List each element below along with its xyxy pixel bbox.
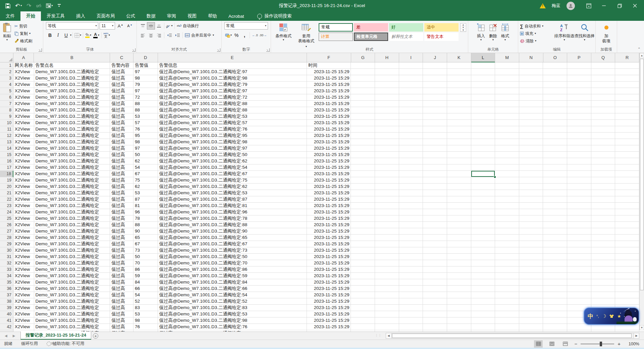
cell-K3[interactable] (447, 75, 471, 82)
cell-M5[interactable] (495, 88, 519, 94)
cell-J37[interactable] (423, 292, 447, 298)
cell-C8[interactable]: 值过高 (110, 107, 133, 113)
cell-E2[interactable]: 值过高@Demo_W7.1001.D3.二通阀给定:97 (158, 69, 307, 75)
cell-G28[interactable] (351, 235, 375, 241)
cell-H39[interactable] (375, 305, 399, 311)
row-number-21[interactable]: 21 (0, 190, 13, 196)
cell-H35[interactable] (375, 279, 399, 286)
cell-B32[interactable]: Demo_W7.1001.D3.二通阀给定 (34, 260, 110, 266)
fill-color-button[interactable]: ▾ (84, 32, 92, 39)
cell-A29[interactable]: X2View (13, 241, 34, 247)
cell-L10[interactable] (471, 120, 495, 126)
horizontal-scrollbar[interactable]: ◀ ▶ (386, 332, 639, 339)
zoom-level[interactable]: 100% (625, 342, 639, 346)
row-number-39[interactable]: 39 (0, 305, 13, 311)
cell-H41[interactable] (375, 317, 399, 324)
cell-I31[interactable] (399, 254, 423, 260)
cell-I36[interactable] (399, 286, 423, 292)
cell-H13[interactable] (375, 139, 399, 145)
cell-G29[interactable] (351, 241, 375, 247)
cell-H6[interactable] (375, 94, 399, 101)
cell-Q10[interactable] (591, 120, 615, 126)
cell-G8[interactable] (351, 107, 375, 113)
comma-style-button[interactable]: , (240, 32, 249, 39)
cell-D14[interactable]: 97 (133, 145, 158, 152)
cell-A6[interactable]: X2View (13, 94, 34, 101)
cell-L20[interactable] (471, 184, 495, 190)
cell-Q24[interactable] (591, 209, 615, 215)
row-number-9[interactable]: 9 (0, 113, 13, 120)
cell-L37[interactable] (471, 292, 495, 298)
cell-H24[interactable] (375, 209, 399, 215)
cell-D10[interactable]: 57 (133, 120, 158, 126)
zoom-in-icon[interactable]: + (618, 341, 621, 347)
cell-A40[interactable]: X2View (13, 311, 34, 317)
cell-Q22[interactable] (591, 196, 615, 203)
cell-M40[interactable] (495, 311, 519, 317)
column-header-A[interactable]: A (13, 53, 34, 62)
cell-style-normal[interactable]: 常规 (319, 23, 353, 32)
cell-J9[interactable] (423, 113, 447, 120)
ime-menu-star-icon[interactable]: ★ (617, 314, 621, 318)
cell-A41[interactable]: X2View (13, 317, 34, 324)
cell-J40[interactable] (423, 311, 447, 317)
cell-H1[interactable] (375, 62, 399, 69)
cell-K18[interactable] (447, 171, 471, 177)
row-number-33[interactable]: 33 (0, 266, 13, 273)
cell-M35[interactable] (495, 279, 519, 286)
cell-A5[interactable]: X2View (13, 88, 34, 94)
cell-N18[interactable] (519, 171, 543, 177)
cell-B4[interactable]: Demo_W7.1001.D3.二通阀给定 (34, 82, 110, 88)
cell-J8[interactable] (423, 107, 447, 113)
cell-Q20[interactable] (591, 184, 615, 190)
cell-H18[interactable] (375, 171, 399, 177)
cell-N16[interactable] (519, 158, 543, 164)
cell-M28[interactable] (495, 235, 519, 241)
warning-icon[interactable] (540, 3, 546, 8)
cell-M9[interactable] (495, 113, 519, 120)
zoom-handle[interactable] (600, 342, 602, 346)
cell-H17[interactable] (375, 164, 399, 171)
cell-Q35[interactable] (591, 279, 615, 286)
cell-O22[interactable] (543, 196, 567, 203)
cell-G34[interactable] (351, 273, 375, 279)
cell-D26[interactable]: 88 (133, 222, 158, 228)
cell-M27[interactable] (495, 228, 519, 235)
cell-O42[interactable] (543, 324, 567, 330)
cell-R31[interactable] (615, 254, 639, 260)
cell-F32[interactable]: 2023-11-25 15:29 (307, 260, 351, 266)
cell-A12[interactable]: X2View (13, 133, 34, 139)
cell-P21[interactable] (567, 190, 591, 196)
cell-G36[interactable] (351, 286, 375, 292)
cell-style-check-cell[interactable]: 检查单元格 (354, 33, 388, 41)
row-number-12[interactable]: 12 (0, 133, 13, 139)
cell-D25[interactable]: 78 (133, 215, 158, 222)
cell-K9[interactable] (447, 113, 471, 120)
cell-K20[interactable] (447, 184, 471, 190)
ime-punctuation-icon[interactable]: °, (596, 314, 599, 318)
cell-H12[interactable] (375, 133, 399, 139)
cell-P26[interactable] (567, 222, 591, 228)
cell-P19[interactable] (567, 177, 591, 184)
cell-E18[interactable]: 值过高@Demo_W7.1001.D3.二通阀给定:67 (158, 171, 307, 177)
cell-B15[interactable]: Demo_W7.1001.D3.二通阀给定 (34, 152, 110, 158)
row-number-29[interactable]: 29 (0, 241, 13, 247)
close-button[interactable] (627, 0, 643, 11)
cell-F23[interactable]: 2023-11-25 15:29 (307, 203, 351, 209)
cell-K17[interactable] (447, 164, 471, 171)
cell-A23[interactable]: X2View (13, 203, 34, 209)
align-center-icon[interactable] (147, 32, 155, 39)
cell-O4[interactable] (543, 82, 567, 88)
cell-I39[interactable] (399, 305, 423, 311)
cell-F26[interactable]: 2023-11-25 15:29 (307, 222, 351, 228)
cell-L42[interactable] (471, 324, 495, 330)
cell-F25[interactable]: 2023-11-25 15:29 (307, 215, 351, 222)
cell-Q38[interactable] (591, 298, 615, 305)
scroll-up-icon[interactable]: ▲ (640, 53, 644, 58)
cell-A17[interactable]: X2View (13, 164, 34, 171)
cell-E25[interactable]: 值过高@Demo_W7.1001.D3.二通阀给定:78 (158, 215, 307, 222)
tab-formulas[interactable]: 公式 (120, 11, 141, 21)
cell-I23[interactable] (399, 203, 423, 209)
cell-D31[interactable]: 50 (133, 254, 158, 260)
cell-A30[interactable]: X2View (13, 247, 34, 254)
